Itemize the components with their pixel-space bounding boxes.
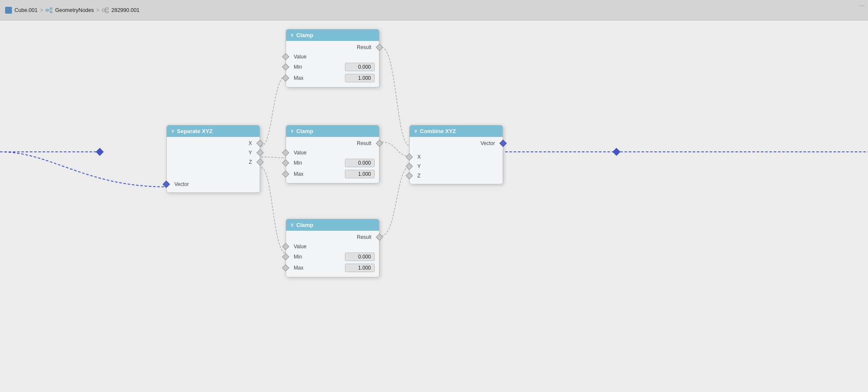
clamp-mid-input-value: Value [286,148,379,157]
clamp-top-chevron[interactable]: ∨ [290,32,294,38]
clamp-mid-chevron[interactable]: ∨ [290,128,294,134]
clamp-bot-to-combine-z-wire [382,167,409,236]
clamp-bot-value-label: Value [294,244,307,250]
combine-xyz-y-label: Y [417,163,421,169]
separate-xyz-x-label: X [249,140,252,146]
clamp-top-result-socket[interactable] [376,44,383,51]
separate-xyz-y-socket[interactable] [257,149,264,157]
combine-xyz-vector-label: Vector [480,140,495,146]
clamp-mid-min-row: Min 0.000 [286,157,379,168]
separate-xyz-vector-socket[interactable] [163,181,170,188]
combine-xyz-input-z: Z [410,171,503,180]
clamp-top-node: ∨ Clamp Result Value Min 0.000 [286,29,379,87]
breadcrumb-sep-2: > [96,7,99,13]
combine-xyz-y-socket[interactable] [406,163,413,170]
combine-xyz-input-x: X [410,152,503,162]
clamp-bot-chevron[interactable]: ∨ [290,222,294,228]
clamp-top-header: ∨ Clamp [286,29,379,41]
separate-xyz-title: Separate XYZ [177,128,213,134]
clamp-mid-to-combine-y-wire [382,142,409,156]
clamp-mid-min-label: Min [294,160,302,166]
combine-xyz-z-label: Z [417,173,420,179]
clamp-top-input-value: Value [286,52,379,61]
clamp-bot-node: ∨ Clamp Result Value Min 0.000 [286,219,379,277]
clamp-bot-header: ∨ Clamp [286,219,379,231]
clamp-top-max-value[interactable]: 1.000 [345,74,375,82]
breadcrumb-geometry-nodes[interactable]: GeometryNodes [55,7,94,13]
clamp-mid-title: Clamp [296,128,313,134]
clamp-bot-min-value[interactable]: 0.000 [345,253,375,261]
combine-xyz-z-socket[interactable] [406,172,413,180]
node-canvas: ∨ Separate XYZ X Y Z Vector [0,20,868,392]
breadcrumb-id[interactable]: 282990.001 [111,7,139,13]
clamp-mid-node: ∨ Clamp Result Value Min 0.000 [286,125,379,183]
svg-rect-5 [102,9,105,12]
clamp-mid-max-row: Max 1.000 [286,168,379,180]
clamp-mid-output-result: Result [286,139,379,148]
combine-xyz-vector-socket[interactable] [500,140,507,147]
clamp-mid-min-value[interactable]: 0.000 [345,159,375,167]
breadcrumb-bar: Cube.001 > GeometryNodes > 282990.001 — [0,0,868,20]
combine-xyz-x-label: X [417,154,421,160]
separate-xyz-x-socket[interactable] [257,140,264,147]
svg-rect-7 [106,11,108,13]
left-external-socket [96,148,104,156]
node-tree-icon [102,7,109,14]
z-to-clamp-bot-wire [261,168,286,253]
svg-point-1 [50,8,52,9]
clamp-top-value-socket[interactable] [282,53,289,61]
clamp-bot-max-row: Max 1.000 [286,262,379,273]
clamp-bot-min-row: Min 0.000 [286,251,379,262]
separate-xyz-output-y: Y [167,148,260,157]
clamp-bot-max-socket[interactable] [282,264,289,272]
combine-xyz-node: ∨ Combine XYZ Vector X Y [409,125,503,184]
clamp-top-min-value[interactable]: 0.000 [345,63,375,71]
clamp-mid-max-label: Max [294,171,304,177]
clamp-top-min-label: Min [294,64,302,70]
clamp-top-title: Clamp [296,32,313,38]
combine-xyz-body: Vector X Y Z [410,137,503,184]
clamp-mid-header: ∨ Clamp [286,125,379,137]
clamp-bot-result-socket[interactable] [376,234,383,241]
combine-xyz-chevron[interactable]: ∨ [414,128,417,134]
separate-xyz-body: X Y Z Vector [167,137,260,192]
clamp-mid-min-socket[interactable] [282,160,289,167]
clamp-bot-max-label: Max [294,265,304,271]
right-external-socket [613,148,620,156]
clamp-mid-max-value[interactable]: 1.000 [345,170,375,178]
clamp-mid-value-label: Value [294,150,307,156]
clamp-mid-value-socket[interactable] [282,149,289,157]
svg-point-0 [46,9,48,11]
breadcrumb-sep-1: > [40,7,43,13]
clamp-mid-result-label: Result [357,140,371,146]
combine-xyz-input-y: Y [410,162,503,171]
clamp-top-result-label: Result [357,44,371,50]
separate-xyz-vector-label: Vector [174,181,189,187]
combine-xyz-x-socket[interactable] [406,154,413,161]
clamp-bot-output-result: Result [286,232,379,242]
combine-xyz-title: Combine XYZ [420,128,456,134]
clamp-top-min-socket[interactable] [282,64,289,71]
breadcrumb-cube[interactable]: Cube.001 [14,7,38,13]
clamp-mid-body: Result Value Min 0.000 Max 1.000 [286,137,379,183]
clamp-bot-value-socket[interactable] [282,243,289,250]
clamp-bot-min-socket[interactable] [282,253,289,261]
clamp-bot-body: Result Value Min 0.000 Max 1.000 [286,231,379,277]
clamp-top-max-socket[interactable] [282,75,289,82]
clamp-bot-max-value[interactable]: 1.000 [345,264,375,272]
svg-point-2 [50,11,52,13]
vector-input-wire [0,152,166,187]
clamp-mid-result-socket[interactable] [376,140,383,147]
separate-xyz-z-socket[interactable] [257,159,264,166]
clamp-mid-max-socket[interactable] [282,171,289,178]
clamp-top-max-row: Max 1.000 [286,73,379,84]
separate-xyz-output-z: Z [167,157,260,167]
minimize-button[interactable]: — [859,2,865,9]
separate-xyz-chevron[interactable]: ∨ [171,128,174,134]
clamp-top-value-label: Value [294,54,307,60]
y-to-clamp-mid-wire [261,157,286,158]
clamp-bot-title: Clamp [296,222,313,228]
separate-xyz-y-label: Y [249,150,252,156]
clamp-top-output-result: Result [286,43,379,52]
svg-line-4 [48,10,50,12]
